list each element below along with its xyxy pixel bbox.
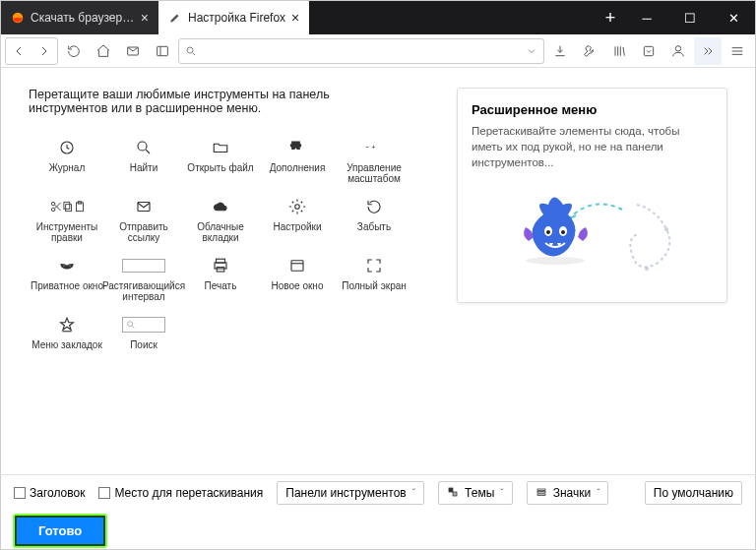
tool-synced-tabs[interactable]: Облачные вкладки: [182, 192, 259, 247]
tool-label: Новое окно: [272, 280, 324, 291]
button-label: По умолчанию: [654, 486, 733, 500]
tool-fullscreen[interactable]: Полный экран: [336, 251, 412, 306]
svg-point-11: [675, 45, 680, 50]
star-icon: [58, 314, 76, 336]
overflow-panel[interactable]: Расширенное меню Перетаскивайте элементы…: [457, 88, 727, 303]
theme-icon: [447, 486, 459, 501]
illustration: [472, 180, 713, 288]
tool-private-window[interactable]: Приватное окно: [29, 251, 105, 306]
svg-text:−  +: − +: [365, 143, 375, 152]
svg-point-29: [63, 265, 65, 267]
search-icon: [135, 137, 153, 158]
toolbars-dropdown[interactable]: Панели инструментовˇ: [277, 481, 424, 505]
folder-icon: [212, 137, 229, 158]
cloud-icon: [212, 196, 229, 217]
tool-search[interactable]: Поиск: [105, 310, 182, 365]
svg-rect-47: [453, 492, 457, 496]
window-icon: [288, 255, 306, 276]
dropdown-label: Панели инструментов: [285, 486, 406, 500]
dropdown-label: Значки: [553, 486, 592, 500]
done-button[interactable]: Готово: [14, 515, 106, 547]
pocket-button[interactable]: [635, 37, 662, 65]
tool-find[interactable]: Найти: [105, 133, 182, 188]
chevron-down-icon: ˇ: [500, 488, 503, 499]
svg-rect-48: [537, 489, 545, 491]
tool-forget[interactable]: Забыть: [336, 192, 412, 247]
tool-new-window[interactable]: Новое окно: [259, 251, 336, 306]
tool-edit[interactable]: Инструменты правки: [29, 192, 105, 247]
devtools-button[interactable]: [576, 37, 603, 65]
navbar: [1, 34, 755, 68]
tool-bookmarks-menu[interactable]: Меню закладок: [29, 310, 105, 365]
customize-content: Перетащите ваши любимые инструменты на п…: [1, 68, 755, 474]
print-icon: [212, 255, 229, 276]
svg-line-17: [146, 150, 150, 153]
svg-point-39: [664, 227, 668, 231]
svg-point-28: [295, 205, 300, 210]
svg-point-4: [187, 47, 193, 53]
overflow-button[interactable]: [694, 37, 722, 65]
svg-point-43: [546, 230, 550, 234]
minimize-button[interactable]: ─: [625, 1, 668, 34]
close-icon[interactable]: ×: [141, 11, 149, 25]
svg-rect-24: [64, 202, 70, 209]
close-icon[interactable]: ×: [291, 11, 299, 25]
menu-button[interactable]: [724, 37, 751, 65]
library-button[interactable]: [119, 37, 147, 65]
clock-icon: [58, 137, 76, 158]
tool-label: Печать: [205, 280, 237, 291]
brush-icon: [168, 11, 182, 25]
tool-flex-space[interactable]: Растягивающийся интервал: [105, 251, 182, 306]
tool-print[interactable]: Печать: [182, 251, 259, 306]
close-window-button[interactable]: ✕: [712, 1, 755, 34]
reload-button[interactable]: [60, 37, 88, 65]
home-button[interactable]: [90, 37, 117, 65]
firefox-icon: [11, 11, 25, 25]
tab-active[interactable]: Настройка Firefox ×: [158, 1, 309, 34]
tool-settings[interactable]: Настройки: [259, 192, 336, 247]
fullscreen-icon: [365, 255, 383, 276]
tool-history[interactable]: Журнал: [29, 133, 105, 188]
tab-label: Настройка Firefox: [188, 11, 285, 25]
tool-palette: Журнал Найти Открыть файл Дополнения − +…: [29, 133, 437, 365]
forget-icon: [365, 196, 383, 217]
dragspace-checkbox[interactable]: Место для перетаскивания: [98, 486, 263, 500]
titlebar: Скачать браузер Firefox для ко × Настрой…: [1, 1, 755, 34]
url-bar[interactable]: [178, 38, 544, 64]
sidebar-button[interactable]: [149, 37, 176, 65]
svg-rect-46: [449, 488, 453, 492]
tool-zoom[interactable]: − + Управление масштабом: [336, 133, 412, 188]
svg-rect-27: [138, 203, 150, 212]
new-tab-button[interactable]: +: [596, 1, 625, 34]
tool-label: Настройки: [273, 221, 321, 232]
tool-label: Приватное окно: [31, 280, 103, 291]
tool-open-file[interactable]: Открыть файл: [182, 133, 259, 188]
chevron-down-icon[interactable]: [526, 45, 537, 57]
tool-label: Растягивающийся интервал: [102, 280, 185, 302]
svg-rect-33: [217, 268, 224, 273]
tool-label: Меню закладок: [32, 339, 102, 350]
svg-point-19: [51, 208, 55, 212]
back-button[interactable]: [6, 38, 32, 64]
library-icon[interactable]: [605, 37, 633, 65]
zoom-icon: − +: [365, 137, 383, 158]
downloads-button[interactable]: [546, 37, 574, 65]
tool-addons[interactable]: Дополнения: [259, 133, 336, 188]
forward-button[interactable]: [32, 38, 57, 64]
panel-desc: Перетаскивайте элементы сюда, чтобы имет…: [472, 123, 713, 170]
svg-point-20: [51, 202, 55, 206]
themes-dropdown[interactable]: Темыˇ: [438, 481, 513, 505]
tool-email-link[interactable]: Отправить ссылку: [105, 192, 182, 247]
restore-defaults-button[interactable]: По умолчанию: [645, 481, 742, 505]
titlebar-checkbox[interactable]: Заголовок: [14, 486, 85, 500]
svg-point-37: [128, 322, 133, 327]
maximize-button[interactable]: ☐: [668, 1, 712, 34]
tab-inactive[interactable]: Скачать браузер Firefox для ко ×: [1, 1, 158, 34]
dropdown-label: Темы: [465, 486, 494, 500]
tool-label: Забыть: [357, 221, 391, 232]
tool-label: Управление масштабом: [338, 162, 410, 184]
svg-point-40: [645, 267, 649, 271]
account-button[interactable]: [664, 37, 692, 65]
svg-rect-34: [291, 261, 303, 272]
density-dropdown[interactable]: Значкиˇ: [527, 481, 609, 505]
